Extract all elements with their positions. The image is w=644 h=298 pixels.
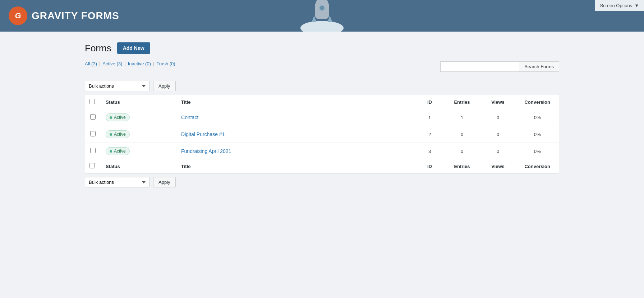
row-checkbox-cell-0 — [85, 109, 101, 126]
status-badge-1: Active — [106, 130, 130, 138]
row-entries-2: 0 — [444, 143, 480, 160]
status-dot-0 — [110, 116, 112, 119]
row-title-2: Fundraising April 2021 — [176, 143, 415, 160]
footer-status: Status — [101, 159, 176, 173]
row-views-1: 0 — [480, 126, 516, 143]
header-views: Views — [480, 95, 516, 109]
add-new-button[interactable]: Add New — [117, 42, 150, 54]
header-id: ID — [415, 95, 444, 109]
top-bar: All (3) | Active (3) | Inactive (0) | Tr… — [85, 61, 559, 72]
page-title: Forms — [85, 43, 111, 54]
row-id-1: 2 — [415, 126, 444, 143]
search-area: Search Forms — [440, 61, 559, 72]
form-link-0[interactable]: Contact — [181, 115, 198, 120]
row-checkbox-1[interactable] — [90, 131, 96, 136]
forms-table: Status Title ID Entries Views Conversion… — [85, 95, 559, 173]
row-checkbox-cell-1 — [85, 126, 101, 143]
footer-entries: Entries — [444, 159, 480, 173]
table-body: Active Contact 1 1 0 0% Active Digital P… — [85, 109, 559, 160]
table-row: Active Contact 1 1 0 0% — [85, 109, 559, 126]
table-footer-row: Status Title ID Entries Views Conversion — [85, 159, 559, 173]
logo-text: GRAVITY FORMS — [32, 10, 119, 22]
main-content: Forms Add New All (3) | Active (3) | Ina… — [70, 32, 574, 202]
status-badge-2: Active — [106, 147, 130, 155]
status-dot-2 — [110, 150, 112, 153]
status-badge-0: Active — [106, 113, 130, 121]
filter-trash[interactable]: Trash (0) — [156, 61, 175, 66]
row-title-1: Digital Purchase #1 — [176, 126, 415, 143]
row-conversion-0: 0% — [516, 109, 559, 126]
rocket-window — [319, 5, 325, 11]
row-conversion-1: 0% — [516, 126, 559, 143]
row-status-2: Active — [101, 143, 176, 160]
page-title-row: Forms Add New — [85, 42, 559, 54]
footer-title: Title — [176, 159, 415, 173]
screen-options-label: Screen Options — [600, 3, 632, 8]
row-title-0: Contact — [176, 109, 415, 126]
status-dot-1 — [110, 133, 112, 136]
row-checkbox-cell-2 — [85, 143, 101, 160]
filter-all[interactable]: All (3) — [85, 61, 97, 66]
search-input[interactable] — [440, 61, 519, 72]
logo-area: G GRAVITY FORMS — [9, 6, 119, 25]
row-id-2: 3 — [415, 143, 444, 160]
header-conversion: Conversion — [516, 95, 559, 109]
row-views-2: 0 — [480, 143, 516, 160]
row-checkbox-0[interactable] — [90, 114, 96, 120]
header-entries: Entries — [444, 95, 480, 109]
rocket-body — [315, 0, 329, 19]
filter-sep-1: | — [99, 61, 100, 66]
table-foot: Status Title ID Entries Views Conversion — [85, 159, 559, 173]
header-title: Title — [176, 95, 415, 109]
footer-id: ID — [415, 159, 444, 173]
screen-options-arrow: ▼ — [634, 3, 639, 8]
site-header: G GRAVITY FORMS — [0, 0, 644, 32]
apply-button-top[interactable]: Apply — [153, 81, 176, 91]
footer-views: Views — [480, 159, 516, 173]
table-header-row: Status Title ID Entries Views Conversion — [85, 95, 559, 109]
apply-button-bottom[interactable]: Apply — [153, 177, 176, 187]
row-entries-1: 0 — [444, 126, 480, 143]
bulk-actions-select-bottom[interactable]: Bulk actions — [85, 177, 150, 187]
status-label-1: Active — [114, 132, 126, 137]
screen-options-button[interactable]: Screen Options ▼ — [595, 0, 644, 11]
rocket-cloud — [300, 21, 344, 32]
footer-conversion: Conversion — [516, 159, 559, 173]
filter-sep-2: | — [124, 61, 125, 66]
status-label-2: Active — [114, 149, 126, 154]
table-head: Status Title ID Entries Views Conversion — [85, 95, 559, 109]
header-status: Status — [101, 95, 176, 109]
select-all-footer-checkbox[interactable] — [89, 163, 95, 168]
filter-sep-3: | — [153, 61, 154, 66]
row-status-1: Active — [101, 126, 176, 143]
filter-links: All (3) | Active (3) | Inactive (0) | Tr… — [85, 61, 440, 66]
logo-icon: G — [9, 6, 27, 25]
bulk-bar-bottom: Bulk actions Apply — [85, 173, 559, 191]
row-status-0: Active — [101, 109, 176, 126]
form-link-2[interactable]: Fundraising April 2021 — [181, 148, 231, 154]
header-checkbox-cell — [85, 95, 101, 109]
form-link-1[interactable]: Digital Purchase #1 — [181, 131, 225, 137]
row-id-0: 1 — [415, 109, 444, 126]
status-label-0: Active — [114, 115, 126, 120]
rocket-decoration — [300, 0, 344, 32]
table-row: Active Fundraising April 2021 3 0 0 0% — [85, 143, 559, 160]
filter-active[interactable]: Active (3) — [102, 61, 122, 66]
search-forms-button[interactable]: Search Forms — [519, 61, 559, 72]
bulk-bar-top: Bulk actions Apply — [85, 77, 559, 95]
row-checkbox-2[interactable] — [90, 148, 96, 153]
select-all-checkbox[interactable] — [89, 99, 95, 104]
bulk-actions-select-top[interactable]: Bulk actions — [85, 81, 150, 91]
row-entries-0: 1 — [444, 109, 480, 126]
row-conversion-2: 0% — [516, 143, 559, 160]
row-views-0: 0 — [480, 109, 516, 126]
table-row: Active Digital Purchase #1 2 0 0 0% — [85, 126, 559, 143]
filter-inactive[interactable]: Inactive (0) — [128, 61, 151, 66]
footer-checkbox-cell — [85, 159, 101, 173]
